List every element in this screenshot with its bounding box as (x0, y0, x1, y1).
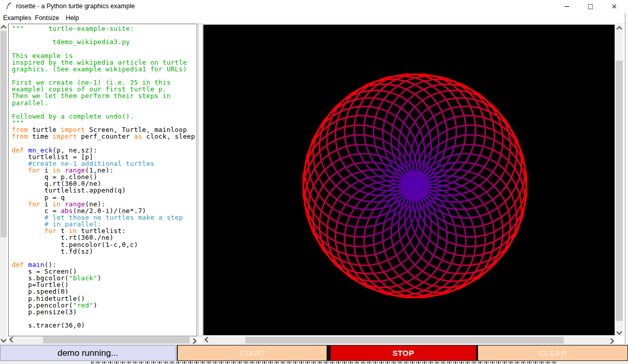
clipped-background-text (91, 361, 556, 363)
scroll-down-icon[interactable] (0, 337, 7, 344)
scroll-left-icon[interactable] (8, 336, 16, 344)
status-badge: demo running... (0, 345, 176, 361)
window-title: rosette - a Python turtle graphics examp… (16, 3, 135, 10)
code-horizontal-scrollbar[interactable] (8, 336, 197, 344)
scroll-right-icon[interactable] (607, 336, 615, 344)
scroll-left-icon[interactable] (203, 336, 211, 344)
menu-fontsize[interactable]: Fontsize (35, 14, 59, 22)
clipped-bottom-edge (0, 361, 628, 364)
turtle-graphics-canvas (203, 25, 615, 335)
start-button[interactable]: START (178, 346, 327, 360)
code-hscroll-thumb[interactable] (43, 337, 189, 343)
scroll-down-icon[interactable] (615, 329, 623, 336)
menu-bar: Examples Fontsize Help (0, 13, 628, 24)
canvas-vscroll-thumb[interactable] (616, 61, 623, 321)
code-pane-right-scrollbar[interactable] (198, 24, 203, 336)
bottom-bar: demo running... START STOP CLEAR (0, 345, 628, 361)
code-vertical-scrollbar[interactable] (0, 24, 7, 344)
menu-help[interactable]: Help (66, 14, 79, 22)
scroll-up-icon[interactable] (615, 25, 623, 32)
code-pane[interactable]: """ turtle-example-suite: tdemo_wikipedi… (8, 24, 197, 336)
code-vscroll-thumb[interactable] (1, 31, 7, 237)
title-bar: rosette - a Python turtle graphics examp… (0, 0, 628, 13)
canvas-vertical-scrollbar[interactable] (615, 25, 623, 336)
scroll-right-icon[interactable] (189, 336, 197, 344)
clear-button[interactable]: CLEAR (478, 346, 627, 360)
rosette-drawing (203, 25, 615, 335)
window-right-border (625, 13, 625, 344)
close-icon[interactable]: × (602, 0, 626, 13)
maximize-icon[interactable]: □ (579, 0, 602, 13)
menu-examples[interactable]: Examples (3, 14, 31, 22)
turtledemo-feather-icon (5, 2, 13, 10)
stop-button[interactable]: STOP (331, 346, 476, 360)
canvas-hscroll-thumb[interactable] (245, 337, 564, 343)
code-text: """ turtle-example-suite: tdemo_wikipedi… (9, 24, 197, 336)
scroll-up-icon[interactable] (0, 24, 7, 31)
minimize-icon[interactable]: − (555, 0, 579, 13)
canvas-horizontal-scrollbar[interactable] (203, 336, 615, 344)
